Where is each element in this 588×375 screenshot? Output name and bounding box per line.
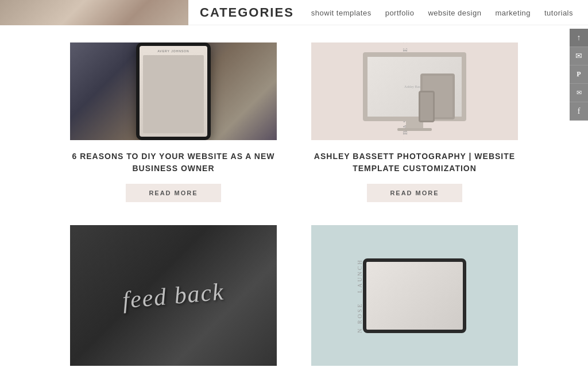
post-1-image: AVERY JOHNSON [70, 42, 277, 140]
lightblue-vertical-text: N ROSE launch [357, 258, 363, 333]
nav-tutorials[interactable]: tutorials [544, 9, 573, 17]
contact-button[interactable]: ✉ [570, 84, 588, 102]
post-2-image: ASHLEY BASSETT website design Ashley Bas… [311, 42, 518, 140]
blog-card-4: N ROSE launch [311, 225, 518, 366]
nav-links: showit templates portfolio website desig… [311, 7, 573, 18]
post-1-title: 6 REASONS TO DIY YOUR WEBSITE AS A NEW B… [70, 150, 277, 175]
tablet-mockup-2 [363, 258, 466, 333]
tablet-screen: AVERY JOHNSON [140, 46, 207, 137]
phone-device [419, 91, 435, 122]
main-nav: CATEGORIES showit templates portfolio we… [188, 5, 588, 20]
nav-showit-templates[interactable]: showit templates [311, 9, 372, 17]
post-4-image: N ROSE launch [311, 225, 518, 366]
blog-card-3: feed back [70, 225, 277, 366]
facebook-button[interactable]: f [570, 102, 588, 121]
post-2-title: ASHLEY BASSETT PHOTOGRAPHY | WEBSITE TEM… [311, 150, 518, 175]
pinterest-button[interactable]: P [570, 65, 588, 84]
header-hero-image [0, 0, 188, 25]
post-1-read-more[interactable]: READ MORE [126, 184, 220, 202]
nav-marketing[interactable]: marketing [495, 9, 531, 17]
blog-card-1: AVERY JOHNSON 6 REASONS TO DIY YOUR WEBS… [70, 42, 277, 202]
email-social-button[interactable]: ✉ [570, 47, 588, 65]
nav-website-design[interactable]: website design [428, 9, 481, 17]
monitor-base [397, 128, 432, 131]
desktop-mockup: Ashley Bassett [363, 52, 466, 131]
blog-card-2: ASHLEY BASSETT website design Ashley Bas… [311, 42, 518, 202]
blog-grid: AVERY JOHNSON 6 REASONS TO DIY YOUR WEBS… [70, 42, 518, 366]
tablet-screen-content [143, 55, 204, 133]
post-2-read-more[interactable]: READ MORE [367, 184, 462, 202]
categories-label: CATEGORIES [200, 5, 294, 20]
tablet-device: AVERY JOHNSON [136, 42, 211, 140]
chalkboard-text: feed back [121, 277, 225, 314]
social-sidebar: ↑ ✉ P ✉ f [570, 29, 588, 121]
site-header: CATEGORIES showit templates portfolio we… [0, 0, 588, 25]
tablet-screen-2 [366, 262, 463, 330]
scroll-up-button[interactable]: ↑ [570, 29, 588, 47]
post-3-image: feed back [70, 225, 277, 366]
main-content: AVERY JOHNSON 6 REASONS TO DIY YOUR WEBS… [13, 25, 575, 375]
tablet-name-text: AVERY JOHNSON [157, 49, 189, 53]
nav-portfolio[interactable]: portfolio [385, 9, 415, 17]
